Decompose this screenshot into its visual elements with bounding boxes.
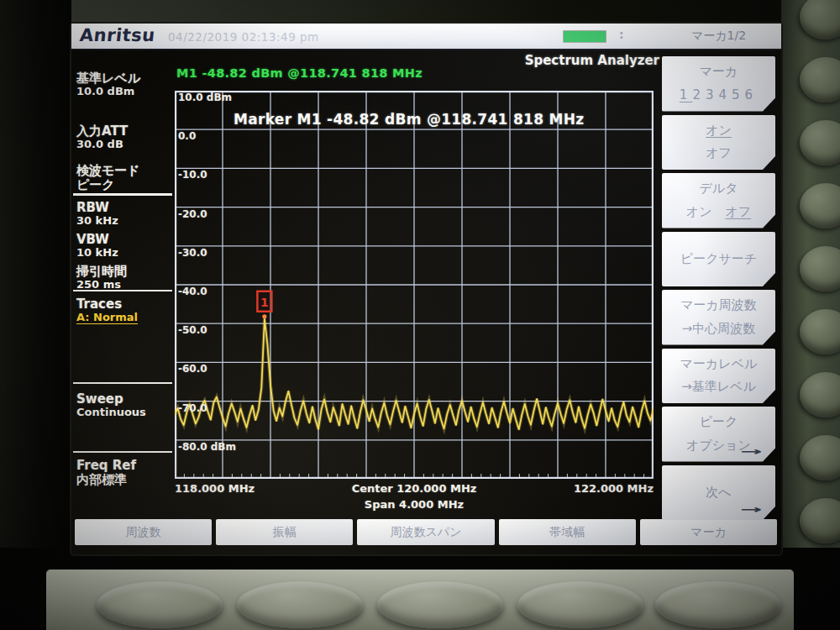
softkey-menu: マーカ123456オンオフデルタオンオフピークサーチマーカ周波数→中心周波数マー… (662, 56, 775, 520)
sidebar-value-input-att: 30.0 dB (76, 138, 172, 150)
sidebar-label-rbw: RBW (76, 200, 172, 215)
softkey-line: ピークサーチ (680, 252, 757, 266)
y-axis-tick-label: -10.0 (178, 169, 207, 181)
bottom-hard-button[interactable] (517, 581, 643, 628)
bottom-hard-button[interactable] (237, 581, 363, 628)
sidebar-value-rbw: 30 kHz (76, 214, 172, 227)
x-axis-stop-label: 122.000 MHz (175, 482, 654, 495)
sidebar-value-ref-level: 10.0 dBm (76, 85, 172, 97)
softkey-line: マーカ周波数 (680, 298, 757, 312)
y-axis-tick-label: 10.0 dBm (178, 92, 232, 103)
arrow-icon: → (740, 503, 762, 516)
y-axis-tick-label: -20.0 (178, 208, 207, 220)
sidebar-label-traces: Traces (76, 297, 172, 312)
menu-key-bandwidth[interactable]: 帯域幅 (499, 519, 636, 545)
sidebar-value-detect-mode: ピーク (76, 177, 172, 193)
softkey-line: デルタ (699, 181, 738, 196)
mode-title: Spectrum Analyzer (458, 53, 659, 68)
softkey-line: マーカ (700, 65, 738, 79)
sidebar-label-freq-ref: Freq Ref (76, 458, 172, 473)
y-axis-tick-label: -70.0 (178, 402, 207, 414)
menu-key-freq-span[interactable]: 周波数スパン (357, 519, 494, 545)
marker-readout: M1 -48.82 dBm @118.741 818 MHz (176, 66, 423, 80)
sidebar-value-traces: A: Normal (76, 311, 172, 323)
y-axis-tick-label: -80.0 dBm (178, 441, 236, 453)
marker-number: 1 (260, 296, 269, 309)
softkey-marker-freq-to-center[interactable]: マーカ周波数→中心周波数 (662, 290, 775, 345)
softkey-line: 123456 (680, 88, 758, 102)
sidebar-value-sweep-time: 250 ms (76, 278, 172, 291)
divider (73, 451, 172, 453)
sidebar-value-sweep: Continuous (76, 406, 172, 418)
menu-key-marker[interactable]: マーカ (640, 519, 777, 545)
main-menu-bar: 周波数振幅周波数スパン帯域幅マーカ (75, 519, 777, 545)
bottom-hard-button[interactable] (377, 581, 503, 628)
softkey-line: ピーク (700, 415, 738, 429)
menu-key-amplitude[interactable]: 振幅 (216, 519, 353, 545)
sidebar-value-vbw: 10 kHz (76, 246, 172, 259)
softkey-marker-select[interactable]: マーカ123456 (662, 56, 775, 112)
softkey-line: マーカレベル (680, 357, 758, 371)
y-axis-tick-label: -30.0 (178, 247, 207, 259)
chart-marker-title: Marker M1 -48.82 dBm @118.741 818 MHz (234, 111, 585, 128)
battery-indicator-icon (563, 30, 606, 43)
spectrum-plot: 110.0 dBm0.0-10.0-20.0-30.0-40.0-50.0-60… (175, 91, 654, 479)
softkey-next-page[interactable]: 次へ→ (662, 465, 775, 521)
divider (73, 382, 172, 384)
y-axis-tick-label: -50.0 (178, 324, 207, 336)
softkey-line: オン (706, 123, 732, 138)
softkey-menu-title: マーカ1/2 (662, 29, 775, 44)
softkey-line: 次へ (706, 486, 731, 500)
divider (73, 193, 172, 196)
header-separator: : (619, 28, 624, 41)
menu-key-frequency[interactable]: 周波数 (75, 519, 212, 545)
softkey-peak-options[interactable]: ピークオプション→ (662, 407, 775, 462)
y-axis-tick-label: 0.0 (178, 130, 196, 142)
sidebar-label-vbw: VBW (76, 232, 172, 247)
bezel-top (0, 0, 840, 24)
softkey-marker-on-off[interactable]: オンオフ (662, 115, 775, 171)
marker-point (262, 314, 266, 318)
bottom-hard-button[interactable] (97, 581, 223, 628)
x-axis-span-label: Span 4.000 MHz (175, 498, 654, 511)
softkey-line: オフ (706, 146, 732, 160)
softkey-peak-search[interactable]: ピークサーチ (662, 232, 775, 287)
sidebar-label-sweep: Sweep (76, 391, 172, 407)
softkey-line: オンオフ (686, 205, 751, 219)
sidebar-value-freq-ref: 内部標準 (76, 472, 172, 488)
softkey-delta-on-off[interactable]: デルタオンオフ (662, 173, 775, 228)
lcd-screen: Anritsu 04/22/2019 02:13:49 pm : マーカ1/2 … (71, 24, 781, 554)
y-axis-tick-label: -40.0 (178, 286, 207, 297)
softkey-line: →中心周波数 (682, 322, 756, 336)
spectrum-grid: 1 (175, 91, 654, 479)
arrow-icon: → (740, 445, 762, 458)
bottom-hard-button[interactable] (655, 581, 781, 628)
header-bar: Anritsu 04/22/2019 02:13:49 pm : マーカ1/2 (71, 24, 781, 50)
bezel-left (0, 0, 71, 630)
datetime-label: 04/22/2019 02:13:49 pm (168, 30, 319, 44)
y-axis-tick-label: -60.0 (178, 363, 207, 375)
softkey-line: →基準レベル (681, 380, 756, 394)
softkey-marker-level-to-ref[interactable]: マーカレベル→基準レベル (662, 349, 775, 404)
anritsu-logo: Anritsu (79, 25, 156, 45)
